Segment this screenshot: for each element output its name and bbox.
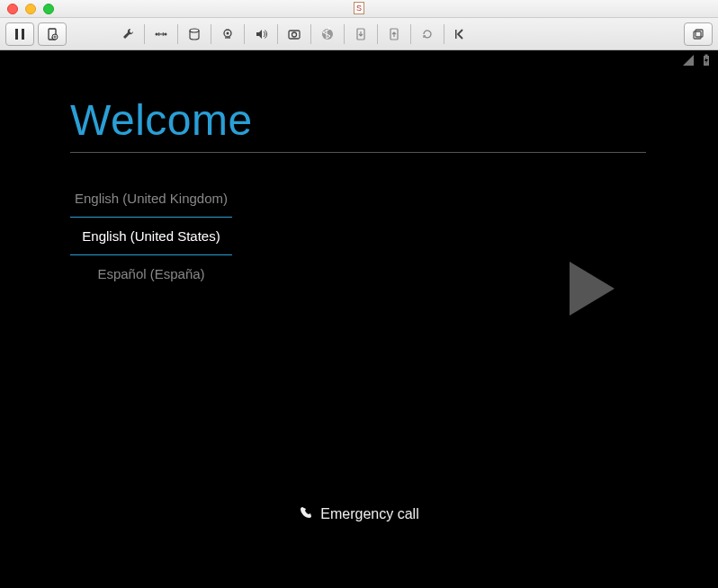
next-button[interactable] <box>565 257 619 324</box>
webcam-icon[interactable] <box>213 22 242 46</box>
wrench-icon[interactable] <box>113 22 142 46</box>
rotate-icon[interactable] <box>413 22 442 46</box>
language-option[interactable]: English (United Kingdom) <box>70 180 232 217</box>
language-option[interactable]: Español (España) <box>70 255 232 292</box>
camera-icon[interactable] <box>280 22 309 46</box>
android-statusbar <box>682 54 713 70</box>
svg-point-9 <box>227 31 229 34</box>
maximize-button[interactable] <box>43 4 54 14</box>
svg-rect-17 <box>696 30 703 37</box>
svg-rect-1 <box>22 29 24 40</box>
svg-point-6 <box>165 32 167 35</box>
svg-point-5 <box>156 32 158 35</box>
pause-button[interactable] <box>5 22 34 46</box>
device-screen: Welcome English (United Kingdom) English… <box>0 50 718 588</box>
svg-point-11 <box>292 32 297 37</box>
battery-icon <box>700 54 713 70</box>
svg-rect-10 <box>289 31 300 39</box>
language-option-selected[interactable]: English (United States) <box>70 217 232 255</box>
toolbar-right-group <box>684 22 713 46</box>
signal-icon <box>682 54 695 70</box>
toolbar-left-group <box>5 22 67 46</box>
svg-point-7 <box>190 29 199 32</box>
network-icon[interactable] <box>147 22 175 46</box>
svg-rect-15 <box>455 30 457 39</box>
device-config-button[interactable] <box>38 22 67 46</box>
svg-rect-0 <box>15 29 18 40</box>
phone-icon <box>299 505 313 523</box>
page-title: Welcome <box>70 95 648 152</box>
window-titlebar: S <box>0 0 718 18</box>
svg-rect-19 <box>705 55 708 57</box>
emergency-call-label: Emergency call <box>320 506 418 522</box>
setup-content: Welcome English (United Kingdom) English… <box>0 50 718 292</box>
collapse-left-icon[interactable] <box>446 22 475 46</box>
export-apk-icon[interactable] <box>380 22 408 46</box>
toolbar-center-group <box>113 22 475 46</box>
title-tab-icon: S <box>354 2 364 14</box>
disk-icon[interactable] <box>180 22 209 46</box>
title-divider <box>70 152 646 153</box>
multiwindow-button[interactable] <box>684 22 713 46</box>
svg-rect-16 <box>694 31 701 39</box>
emergency-call-button[interactable]: Emergency call <box>0 505 718 523</box>
bluetooth-icon[interactable] <box>313 22 342 46</box>
emulator-toolbar <box>0 18 718 50</box>
close-button[interactable] <box>7 4 18 14</box>
volume-icon[interactable] <box>247 22 275 46</box>
window-controls <box>7 4 54 14</box>
install-apk-icon[interactable] <box>346 22 375 46</box>
minimize-button[interactable] <box>25 4 36 14</box>
language-list[interactable]: English (United Kingdom) English (United… <box>70 180 232 292</box>
